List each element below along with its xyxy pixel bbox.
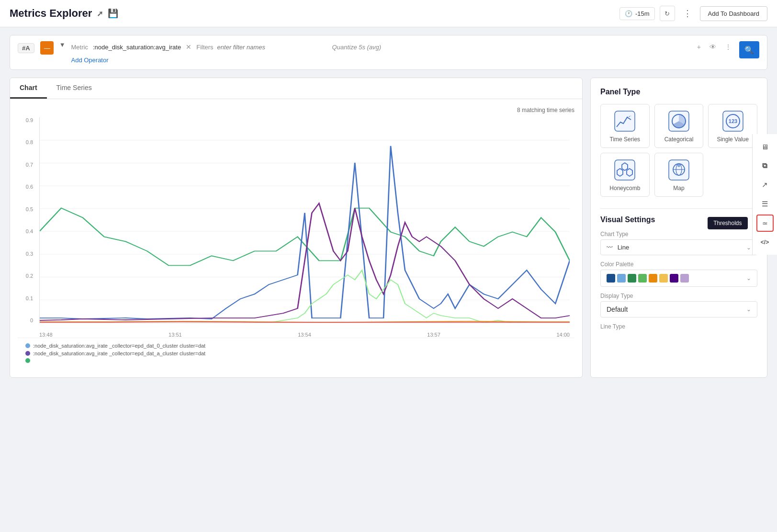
visibility-toggle-button[interactable]: 👁 — [708, 41, 718, 53]
svg-text:123: 123 — [728, 118, 737, 124]
chart-section: Chart Time Series 8 matching time series… — [10, 78, 583, 378]
time-value: -15m — [635, 10, 650, 17]
y-label-05: 0.5 — [26, 206, 33, 212]
y-label-00: 0 — [30, 317, 33, 323]
legend-label-2: :node_disk_saturation:avg_irate _collect… — [33, 351, 205, 356]
copy-icon-button[interactable]: ⧉ — [756, 157, 774, 174]
app-header: Metrics Explorer ➚ 💾 🕐 -15m ↻ ⋮ Add To D… — [0, 0, 777, 27]
display-type-dropdown[interactable]: Default ⌄ — [600, 301, 757, 317]
panel-type-title: Panel Type — [600, 88, 757, 96]
panel-type-categorical[interactable]: Categorical — [654, 104, 704, 148]
quantize-label: Quantize 5s (avg) — [332, 44, 382, 51]
legend-dot-2 — [25, 351, 30, 356]
map-icon — [667, 158, 691, 182]
svg-point-23 — [677, 164, 680, 167]
y-axis: 0.9 0.8 0.7 0.6 0.5 0.4 0.3 0.2 0.1 0 — [18, 117, 37, 323]
line-type-label: Line Type — [600, 323, 757, 330]
chart-svg — [40, 117, 570, 323]
swatch-5 — [649, 274, 657, 283]
x-axis: 13:48 13:51 13:54 13:57 14:00 — [39, 332, 570, 338]
tab-chart[interactable]: Chart — [10, 78, 47, 99]
panel-type-honeycomb[interactable]: Honeycomb — [600, 153, 650, 197]
color-palette-dropdown[interactable]: ⌄ — [600, 270, 757, 287]
clock-icon: 🕐 — [625, 10, 632, 17]
refresh-button[interactable]: ↻ — [660, 6, 675, 21]
display-type-label: Display Type — [600, 293, 757, 299]
single-value-icon: 123 — [721, 109, 745, 133]
expand-icon-button[interactable]: ↗ — [756, 176, 774, 193]
query-bar: #A ⸻ ▼ Metric :node_disk_saturation:avg_… — [10, 35, 767, 70]
page-title: Metrics Explorer — [10, 7, 92, 20]
display-type-chevron-icon: ⌄ — [746, 306, 751, 313]
query-label: #A — [18, 43, 34, 53]
query-more-button[interactable]: ⋮ — [723, 41, 733, 53]
chart-tabs: Chart Time Series — [10, 78, 582, 99]
svg-rect-19 — [669, 160, 689, 180]
swatch-1 — [607, 274, 615, 283]
y-label-03: 0.3 — [26, 251, 33, 257]
time-series-icon — [613, 109, 637, 133]
filter-input[interactable] — [217, 44, 313, 51]
y-label-04: 0.4 — [26, 228, 33, 234]
chart-type-label: Chart Type — [600, 231, 757, 238]
swatch-6 — [659, 274, 668, 283]
panel-type-single-value[interactable]: 123 Single Value — [708, 104, 757, 148]
legend-item-3 — [25, 358, 567, 363]
metric-value[interactable]: :node_disk_saturation:avg_irate — [93, 44, 181, 51]
swatch-8 — [680, 274, 689, 283]
panel-types-grid: Time Series Categorical — [600, 104, 757, 197]
chart-area: 8 matching time series 0.9 0.8 0.7 0.6 0… — [10, 99, 582, 377]
add-to-dashboard-button[interactable]: Add To Dashboard — [700, 6, 767, 21]
search-area: 🔍 — [739, 41, 759, 58]
clear-metric-button[interactable]: ✕ — [186, 43, 191, 51]
display-type-setting: Display Type Default ⌄ — [600, 293, 757, 317]
query-label-area: #A — [18, 41, 34, 53]
metric-row: Metric :node_disk_saturation:avg_irate ✕… — [71, 41, 734, 53]
metric-field-label: Metric — [71, 44, 88, 51]
search-button[interactable]: 🔍 — [739, 41, 759, 58]
color-palette-chevron-icon: ⌄ — [746, 275, 751, 282]
add-operator-link[interactable]: Add Operator — [71, 57, 109, 64]
legend-item-2: :node_disk_saturation:avg_irate _collect… — [25, 351, 567, 356]
chart-type-setting: Chart Type 〰 Line ⌄ — [600, 231, 757, 255]
panel-type-honeycomb-label: Honeycomb — [609, 185, 640, 192]
line-type-setting: Line Type — [600, 323, 757, 330]
time-selector[interactable]: 🕐 -15m — [619, 7, 655, 20]
chart-canvas: 0.9 0.8 0.7 0.6 0.5 0.4 0.3 0.2 0.1 0 — [18, 117, 574, 338]
more-options-button[interactable]: ⋮ — [680, 6, 695, 21]
external-link-icon[interactable]: ➚ — [97, 9, 103, 18]
list-icon-button[interactable]: ☰ — [756, 195, 774, 213]
legend-dot-1 — [25, 343, 30, 348]
swatch-4 — [638, 274, 647, 283]
categorical-icon — [667, 109, 691, 133]
main-content: Chart Time Series 8 matching time series… — [10, 78, 767, 378]
app-title-area: Metrics Explorer ➚ 💾 — [10, 7, 118, 20]
panel-type-single-value-label: Single Value — [717, 136, 749, 143]
y-label-01: 0.1 — [26, 295, 33, 301]
panel-type-time-series[interactable]: Time Series — [600, 104, 650, 148]
x-label-1351: 13:51 — [169, 332, 182, 338]
chart-type-chevron-icon: ⌄ — [746, 244, 751, 251]
panel-type-map-label: Map — [673, 185, 684, 192]
honeycomb-icon — [613, 158, 637, 182]
legend-item-1: :node_disk_saturation:avg_irate _collect… — [25, 343, 567, 349]
add-filter-button[interactable]: + — [695, 41, 703, 53]
settings-divider — [600, 208, 757, 209]
dropdown-chevron-icon[interactable]: ▼ — [59, 41, 66, 48]
panel-type-map[interactable]: Map — [654, 153, 704, 197]
chart-subtitle: 8 matching time series — [18, 107, 574, 113]
y-label-09: 0.9 — [26, 117, 33, 123]
monitor-icon-button[interactable]: 🖥 — [756, 138, 774, 155]
chart-type-dropdown[interactable]: 〰 Line ⌄ — [600, 239, 757, 255]
thresholds-icon-button[interactable]: ≃ — [756, 215, 774, 232]
chart-legend: :node_disk_saturation:avg_irate _collect… — [18, 338, 574, 370]
thresholds-wrapper: Thresholds ≃ — [756, 215, 774, 232]
save-icon[interactable]: 💾 — [108, 8, 118, 19]
tab-time-series[interactable]: Time Series — [47, 78, 101, 99]
swatch-3 — [628, 274, 636, 283]
code-icon-button[interactable]: </> — [756, 234, 774, 251]
y-label-06: 0.6 — [26, 184, 33, 190]
x-label-1400: 14:00 — [556, 332, 570, 338]
metric-type-icon: ⸻ — [40, 41, 54, 55]
x-label-1348: 13:48 — [39, 332, 53, 338]
